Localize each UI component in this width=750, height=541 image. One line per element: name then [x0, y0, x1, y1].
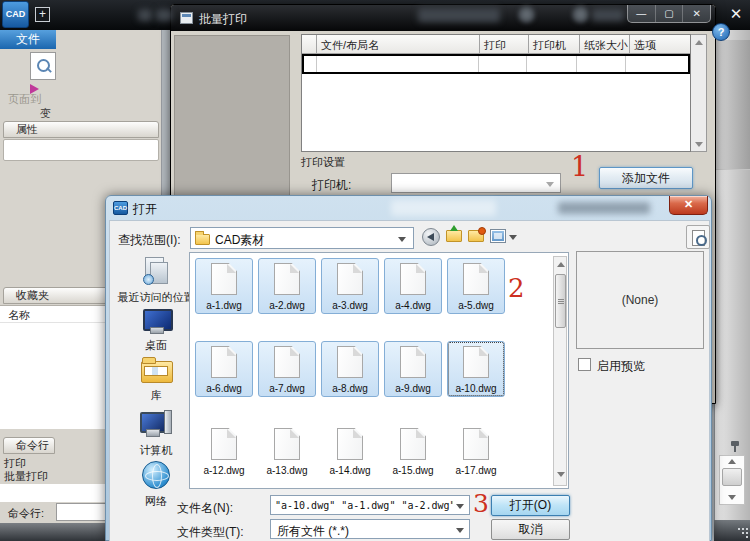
dwg-file-icon — [274, 428, 300, 460]
computer-icon — [140, 410, 172, 438]
enable-preview-checkbox[interactable] — [578, 358, 591, 371]
table-scrollbar[interactable] — [691, 34, 707, 152]
column-header[interactable]: 文件/布局名 — [317, 35, 480, 54]
scrollbar-thumb[interactable] — [555, 274, 566, 328]
help-button[interactable]: ? — [712, 23, 730, 41]
chevron-down-icon[interactable] — [509, 235, 517, 240]
recent-places-icon — [143, 257, 169, 285]
app-close-button[interactable]: ✕ — [725, 4, 747, 24]
look-in-label: 查找范围(I): — [118, 232, 181, 249]
scroll-up-icon[interactable] — [695, 40, 703, 45]
file-item[interactable]: a-3.dwg — [321, 258, 379, 314]
file-item[interactable]: a-15.dwg — [384, 424, 442, 480]
commandline-panel-header[interactable]: 命令行 — [3, 437, 55, 454]
look-in-select[interactable]: CAD素材 — [190, 227, 414, 249]
new-tab-button[interactable]: + — [35, 7, 50, 22]
commandline-label: 命令行: — [8, 506, 44, 521]
chevron-down-icon[interactable] — [456, 528, 464, 533]
annotation-3: 3 — [473, 489, 489, 518]
file-item[interactable]: a-7.dwg — [258, 341, 316, 397]
printer-select[interactable] — [391, 173, 561, 193]
minimize-button[interactable]: — — [628, 5, 656, 22]
dwg-file-icon — [211, 428, 237, 460]
chevron-down-icon[interactable] — [456, 504, 464, 509]
right-panel-section — [714, 40, 750, 170]
file-item[interactable]: a-17.dwg — [447, 424, 505, 480]
file-item[interactable]: a-13.dwg — [258, 424, 316, 480]
cancel-button[interactable]: 取消 — [491, 519, 570, 540]
file-item[interactable]: a-8.dwg — [321, 341, 379, 397]
table-cell — [626, 56, 686, 72]
file-item[interactable]: a-12.dwg — [195, 424, 253, 480]
column-header[interactable]: 纸张大小 — [580, 35, 630, 54]
new-folder-button[interactable] — [468, 230, 484, 242]
dwg-file-icon — [463, 263, 489, 295]
open-dialog: CAD 打开 ✕ 查找范围(I): CAD素材 最近访问的位置 — [105, 195, 712, 541]
file-item[interactable]: a-2.dwg — [258, 258, 316, 314]
file-item[interactable]: a-4.dwg — [384, 258, 442, 314]
blurred-title-text — [592, 9, 624, 21]
scroll-down-icon[interactable] — [557, 472, 565, 477]
up-one-level-button[interactable] — [446, 230, 462, 242]
app-logo[interactable]: CAD — [2, 1, 29, 28]
window-controls: — ▢ ✕ — [627, 5, 711, 23]
annotation-2: 2 — [508, 273, 525, 303]
dialog-close-button[interactable]: ✕ — [669, 196, 708, 215]
filename-value: "a-10.dwg" "a-1.dwg" "a-2.dwg" "a-3.d — [275, 500, 453, 511]
blurred-account-icon — [572, 6, 589, 23]
column-header[interactable]: 打印 — [480, 35, 529, 54]
preview-pane: (None) — [576, 251, 704, 349]
pin-icon[interactable] — [731, 441, 739, 452]
resize-grip[interactable] — [738, 528, 740, 530]
back-button[interactable] — [422, 228, 440, 246]
file-item[interactable]: a-6.dwg — [195, 341, 253, 397]
scroll-down-icon[interactable] — [695, 142, 703, 147]
scroll-up-icon[interactable] — [557, 262, 565, 267]
screen: CAD + ✕ ? 文件 页面到 变 属性 收藏夹 名称 命令行 打印 批量打印… — [0, 0, 750, 541]
column-header[interactable]: 选项 — [630, 35, 690, 54]
chevron-down-icon[interactable] — [398, 237, 406, 242]
filename-input[interactable]: "a-10.dwg" "a-1.dwg" "a-2.dwg" "a-3.d — [270, 495, 470, 515]
file-list: a-1.dwg a-2.dwg a-3.dwg a-4.dwg a-5.dwg … — [189, 252, 569, 489]
filename-label: 文件名(N): — [177, 500, 233, 517]
filetype-label: 文件类型(T): — [177, 524, 244, 541]
print-settings-label: 打印设置 — [301, 155, 345, 170]
scrollbar-thumb[interactable] — [722, 468, 742, 486]
dwg-file-icon — [463, 428, 489, 460]
chevron-down-icon — [546, 182, 554, 187]
properties-panel-header[interactable]: 属性 — [3, 121, 159, 138]
scroll-down-icon[interactable] — [728, 495, 736, 500]
table-cell — [479, 56, 527, 72]
table-cell — [304, 56, 317, 72]
file-item-focused[interactable]: a-10.dwg — [447, 341, 505, 397]
add-file-button[interactable]: 添加文件 — [599, 167, 693, 189]
dwg-file-icon — [211, 346, 237, 378]
properties-field[interactable] — [3, 139, 159, 161]
table-header-row: 文件/布局名 打印 打印机 纸张大小 选项 — [302, 35, 690, 54]
scroll-up-icon[interactable] — [728, 459, 736, 464]
views-button[interactable] — [490, 229, 506, 243]
table-row[interactable] — [302, 54, 690, 74]
filetype-select[interactable]: 所有文件 (*.*) — [270, 519, 470, 539]
glass-reflection — [391, 200, 496, 216]
table-cell — [527, 56, 577, 72]
batch-print-title: 批量打印 — [199, 11, 247, 28]
open-button[interactable]: 打开(O) — [491, 495, 570, 516]
maximize-button[interactable]: ▢ — [656, 5, 684, 22]
command-history-line: 批量打印 — [4, 469, 48, 484]
file-item[interactable]: a-5.dwg — [447, 258, 505, 314]
magnifier-icon[interactable] — [30, 52, 56, 80]
blurred-toolbar-icon — [156, 9, 172, 21]
column-header[interactable]: 打印机 — [529, 35, 580, 54]
look-in-value: CAD素材 — [215, 232, 264, 249]
close-button[interactable]: ✕ — [683, 5, 710, 22]
file-item[interactable]: a-1.dwg — [195, 258, 253, 314]
dwg-file-icon — [337, 346, 363, 378]
folder-icon — [195, 234, 210, 245]
preview-pane-button[interactable] — [686, 225, 710, 249]
blurred-title-text — [558, 202, 650, 214]
file-item[interactable]: a-9.dwg — [384, 341, 442, 397]
tab-file[interactable]: 文件 — [0, 30, 56, 49]
dialog-title: 打开 — [133, 201, 157, 218]
file-item[interactable]: a-14.dwg — [321, 424, 379, 480]
